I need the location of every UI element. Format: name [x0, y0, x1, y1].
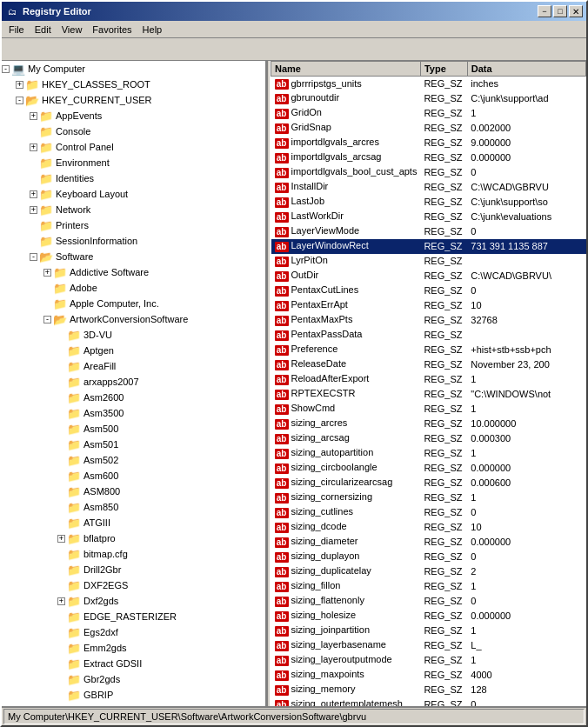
tree-expander[interactable]: - — [16, 97, 23, 104]
tree-node-hkey-classes-root[interactable]: +📁HKEY_CLASSES_ROOT — [2, 77, 265, 92]
table-row[interactable]: absizing_fillonREG_SZ1 — [271, 579, 586, 594]
col-header-data[interactable]: Data — [467, 62, 585, 77]
table-row[interactable]: abgbrunoutdirREG_SZC:\junk\support\ad — [271, 91, 586, 106]
table-row[interactable]: abPentaxErrAptREG_SZ10 — [271, 298, 586, 313]
tree-node-asm501[interactable]: 📁Asm501 — [2, 437, 265, 452]
table-row[interactable]: absizing_holesizeREG_SZ0.000000 — [271, 609, 586, 624]
tree-node-adobe[interactable]: 📁Adobe — [2, 280, 265, 296]
table-row[interactable]: abPentaxPassDataREG_SZ — [271, 328, 586, 343]
table-row[interactable]: abLayerWindowRectREG_SZ731 391 1135 887 — [271, 239, 586, 254]
tree-node-console[interactable]: 📁Console — [2, 123, 265, 139]
tree-expander[interactable]: + — [16, 81, 23, 89]
table-row[interactable]: abShowCmdREG_SZ1 — [271, 402, 586, 417]
table-row[interactable]: abRPTEXECSTRREG_SZ"C:\WINDOWS\not — [271, 387, 586, 402]
table-row[interactable]: abPentaxCutLinesREG_SZ0 — [271, 283, 586, 298]
table-row[interactable]: absizing_layeroutputmodeREG_SZ1 — [271, 653, 586, 668]
tree-node-asm3500[interactable]: 📁Asm3500 — [2, 405, 265, 421]
tree-node-drill2gbr[interactable]: 📁Drill2Gbr — [2, 562, 265, 577]
tree-expander[interactable]: + — [30, 206, 37, 214]
table-row[interactable]: abReleaseDateREG_SZNovember 23, 200 — [271, 357, 586, 372]
table-row[interactable]: absizing_layerbasenameREG_SZL_ — [271, 638, 586, 653]
menu-item-edit[interactable]: Edit — [30, 23, 57, 37]
table-row[interactable]: abLastJobREG_SZC:\junk\support\so — [271, 195, 586, 210]
table-row[interactable]: abOutDirREG_SZC:\WCAD\GBRVU\ — [271, 269, 586, 283]
tree-node-session-info[interactable]: 📁SessionInformation — [2, 233, 265, 249]
table-row[interactable]: absizing_diameterREG_SZ0.000000 — [271, 535, 586, 550]
tree-node-atgiii[interactable]: 📁ATGIII — [2, 515, 265, 530]
tree-node-control-panel[interactable]: +📁Control Panel — [2, 139, 265, 155]
tree-expander[interactable]: + — [57, 535, 65, 543]
tree-node-bflatpro[interactable]: +📁bflatpro — [2, 530, 265, 546]
table-row[interactable]: abimportdlgvals_arcsagREG_SZ0.000000 — [271, 150, 586, 165]
tree-node-my-computer[interactable]: -💻My Computer — [2, 61, 265, 77]
table-row[interactable]: abGridSnapREG_SZ0.002000 — [271, 121, 586, 136]
tree-node-network[interactable]: +📁Network — [2, 202, 265, 217]
tree-node-asm2600[interactable]: 📁Asm2600 — [2, 390, 265, 405]
tree-node-addictive-software[interactable]: +📁Addictive Software — [2, 264, 265, 280]
table-row[interactable]: abGridOnREG_SZ1 — [271, 106, 586, 121]
tree-node-gbr2gds[interactable]: 📁Gbr2gds — [2, 671, 265, 687]
tree-node-asm502[interactable]: 📁Asm502 — [2, 452, 265, 468]
tree-expander[interactable]: + — [43, 269, 51, 277]
tree-node-identities[interactable]: 📁Identities — [2, 170, 265, 186]
table-row[interactable]: abLayerViewModeREG_SZ0 — [271, 224, 586, 239]
tree-node-software[interactable]: -📂Software — [2, 249, 265, 264]
tree-node-asm500[interactable]: 📁Asm500 — [2, 421, 265, 437]
tree-node-hkey-current-user[interactable]: -📂HKEY_CURRENT_USER — [2, 92, 265, 108]
tree-node-environment[interactable]: 📁Environment — [2, 155, 265, 170]
table-row[interactable]: abPentaxMaxPtsREG_SZ32768 — [271, 313, 586, 328]
tree-expander[interactable]: + — [57, 597, 65, 605]
tree-node-bitmap-cfg[interactable]: 📁bitmap.cfg — [2, 546, 265, 562]
table-row[interactable]: abgbrrripstgs_unitsREG_SZinches — [271, 77, 586, 91]
tree-node-edge-rasterizer[interactable]: 📁EDGE_RASTERIZER — [2, 609, 265, 624]
table-row[interactable]: absizing_circboolangleREG_SZ0.000000 — [271, 461, 586, 476]
minimize-button[interactable]: − — [538, 5, 551, 17]
tree-node-extract-gdsii[interactable]: 📁Extract GDSII — [2, 656, 265, 671]
table-row[interactable]: abLastWorkDirREG_SZC:\junk\evaluations — [271, 210, 586, 224]
close-button[interactable]: ✕ — [569, 5, 583, 17]
menu-item-file[interactable]: File — [3, 23, 30, 37]
tree-expander[interactable]: + — [30, 190, 37, 198]
table-row[interactable]: absizing_arcsagREG_SZ0.000300 — [271, 431, 586, 446]
tree-node-artwork-conv[interactable]: -📂ArtworkConversionSoftware — [2, 311, 265, 327]
menu-item-favorites[interactable]: Favorites — [87, 23, 137, 37]
table-row[interactable]: absizing_flattenonlyREG_SZ0 — [271, 594, 586, 609]
col-header-type[interactable]: Type — [420, 62, 467, 77]
tree-node-areafill[interactable]: 📁AreaFill — [2, 358, 265, 374]
tree-node-egs2dxf[interactable]: 📁Egs2dxf — [2, 624, 265, 640]
table-row[interactable]: abLyrPitOnREG_SZ — [271, 254, 586, 269]
tree-node-3dvu[interactable]: 📁3D-VU — [2, 327, 265, 343]
table-row[interactable]: absizing_autopartitionREG_SZ1 — [271, 446, 586, 461]
table-row[interactable]: absizing_cutlinesREG_SZ0 — [271, 505, 586, 520]
tree-node-dxf2egs[interactable]: 📁DXF2EGS — [2, 577, 265, 593]
tree-node-printers[interactable]: 📁Printers — [2, 217, 265, 233]
table-row[interactable]: abInstallDirREG_SZC:\WCAD\GBRVU — [271, 180, 586, 195]
maximize-button[interactable]: □ — [553, 5, 567, 17]
table-row[interactable]: abimportdlgvals_bool_cust_aptsREG_SZ0 — [271, 165, 586, 180]
tree-panel[interactable]: -💻My Computer+📁HKEY_CLASSES_ROOT-📂HKEY_C… — [2, 61, 267, 706]
table-row[interactable]: absizing_arcresREG_SZ10.000000 — [271, 417, 586, 431]
tree-node-dxf2gds[interactable]: +📁Dxf2gds — [2, 593, 265, 609]
tree-expander[interactable]: - — [30, 253, 37, 261]
table-row[interactable]: absizing_maxpointsREG_SZ4000 — [271, 668, 586, 683]
table-row[interactable]: abPreferenceREG_SZ+hist+stb+ssb+pch — [271, 343, 586, 357]
tree-node-apple-computer[interactable]: 📁Apple Computer, Inc. — [2, 296, 265, 311]
tree-expander[interactable]: + — [30, 143, 37, 151]
tree-node-asm600[interactable]: 📁Asm600 — [2, 468, 265, 484]
tree-expander[interactable]: + — [30, 112, 37, 120]
table-row[interactable]: absizing_dcodeREG_SZ10 — [271, 520, 586, 535]
tree-node-aptgen[interactable]: 📁Aptgen — [2, 343, 265, 358]
tree-node-asm850[interactable]: 📁Asm850 — [2, 499, 265, 515]
col-header-name[interactable]: Name — [271, 62, 421, 77]
tree-node-appevents[interactable]: +📁AppEvents — [2, 108, 265, 123]
tree-node-gbrip[interactable]: 📁GBRIP — [2, 687, 265, 703]
tree-expander[interactable]: - — [43, 316, 51, 323]
table-row[interactable]: absizing_duplayonREG_SZ0 — [271, 550, 586, 564]
table-row[interactable]: absizing_duplicatelayREG_SZ2 — [271, 564, 586, 579]
table-row[interactable]: absizing_circularizearcsagREG_SZ0.000600 — [271, 476, 586, 490]
tree-node-emm2gds[interactable]: 📁Emm2gds — [2, 640, 265, 656]
table-row[interactable]: absizing_joinpartitionREG_SZ1 — [271, 624, 586, 638]
table-row[interactable]: abReloadAfterExportREG_SZ1 — [271, 372, 586, 387]
right-panel[interactable]: NameTypeData abgbrrripstgs_unitsREG_SZin… — [271, 61, 586, 706]
table-row[interactable]: absizing_outertemplatemeshREG_SZ0 — [271, 697, 586, 707]
